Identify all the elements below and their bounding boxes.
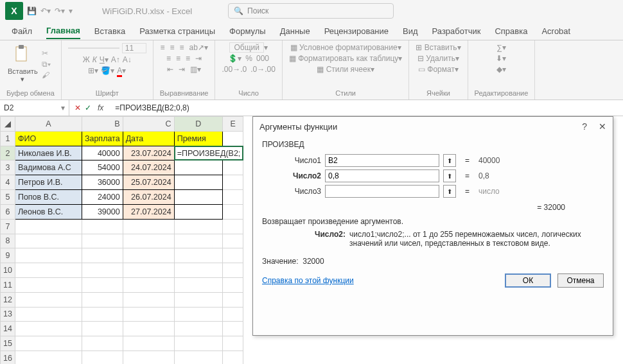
cell[interactable] <box>223 175 243 190</box>
merge-icon[interactable]: ▥▾ <box>190 65 201 74</box>
row-header[interactable]: 14 <box>1 322 15 336</box>
tab-insert[interactable]: Вставка <box>94 24 125 39</box>
arg3-input[interactable] <box>325 185 439 198</box>
qat-save-icon[interactable]: 💾 <box>27 6 37 15</box>
currency-icon[interactable]: 💲▾ <box>228 54 241 63</box>
cell[interactable] <box>174 160 222 175</box>
underline-button[interactable]: Ч▾ <box>100 55 109 64</box>
row-header[interactable]: 13 <box>1 307 15 322</box>
borders-icon[interactable]: ⊞▾ <box>88 66 98 75</box>
row-header[interactable]: 10 <box>1 263 15 278</box>
arg1-input[interactable] <box>325 154 439 167</box>
row-header[interactable]: 1 <box>1 131 15 146</box>
inc-decimal-icon[interactable]: .00→.0 <box>222 65 247 74</box>
row-header[interactable]: 15 <box>1 336 15 351</box>
cell[interactable]: 24000 <box>82 190 123 205</box>
tab-review[interactable]: Рецензирование <box>324 24 389 39</box>
active-cell[interactable]: =ПРОИЗВЕД(B2; <box>174 146 243 160</box>
fill-color-icon[interactable]: 🪣▾ <box>101 66 114 75</box>
help-icon[interactable]: ? <box>582 121 587 132</box>
qat-redo-icon[interactable]: ↷▾ <box>55 6 65 15</box>
fill-icon[interactable]: ⬇▾ <box>496 54 506 63</box>
format-cells-button[interactable]: ▭ Формат▾ <box>418 65 459 74</box>
wrap-icon[interactable]: ⇥ <box>195 54 202 63</box>
name-box[interactable]: D2▾ <box>0 100 69 116</box>
cell[interactable]: Зарплата <box>82 131 123 146</box>
formula-bar[interactable]: =ПРОИЗВЕД(B2;0,8) <box>111 103 623 112</box>
row-header[interactable]: 5 <box>1 190 15 205</box>
align-right-icon[interactable]: ≡ <box>186 54 190 63</box>
cell[interactable]: Николаев И.В. <box>15 146 82 160</box>
cell[interactable] <box>223 131 243 146</box>
autosum-icon[interactable]: ∑▾ <box>496 43 506 52</box>
qat-customize-icon[interactable]: ▾ <box>69 6 73 15</box>
paste-button[interactable]: Вставить ▾ <box>6 43 39 85</box>
tab-layout[interactable]: Разметка страницы <box>139 24 215 39</box>
cell[interactable]: 23.07.2024 <box>123 146 174 160</box>
orientation-icon[interactable]: ab↗▾ <box>189 43 207 52</box>
cell[interactable]: Попов В.С. <box>15 190 82 205</box>
row-header[interactable]: 4 <box>1 175 15 190</box>
indent-dec-icon[interactable]: ⇤ <box>167 65 173 74</box>
row-header[interactable]: 8 <box>1 234 15 248</box>
font-name[interactable] <box>68 48 119 49</box>
cell[interactable] <box>174 190 222 205</box>
cell[interactable]: Петров И.В. <box>15 175 82 190</box>
comma-icon[interactable]: 000 <box>256 54 269 63</box>
copy-icon[interactable]: ⧉▾ <box>42 60 51 69</box>
align-mid-icon[interactable]: ≡ <box>170 43 174 52</box>
tab-file[interactable]: Файл <box>12 24 32 39</box>
italic-button[interactable]: К <box>92 55 97 64</box>
insert-cells-button[interactable]: ⊞ Вставить▾ <box>416 43 461 52</box>
cell[interactable]: Леонов В.С. <box>15 204 82 219</box>
tab-home[interactable]: Главная <box>46 23 80 39</box>
col-header-D[interactable]: D <box>174 117 222 132</box>
close-icon[interactable]: ✕ <box>599 121 606 132</box>
row-header[interactable]: 11 <box>1 277 15 292</box>
tab-help[interactable]: Справка <box>495 24 527 39</box>
row-header[interactable]: 12 <box>1 292 15 307</box>
font-color-icon[interactable]: A▾ <box>117 66 126 75</box>
row-header[interactable]: 6 <box>1 204 15 219</box>
accept-formula-icon[interactable]: ✓ <box>85 103 91 112</box>
cell[interactable]: 39000 <box>82 204 123 219</box>
cell[interactable]: 24.07.2024 <box>123 160 174 175</box>
align-center-icon[interactable]: ≡ <box>176 54 180 63</box>
cell[interactable]: ФИО <box>15 131 82 146</box>
tab-data[interactable]: Данные <box>280 24 310 39</box>
delete-cells-button[interactable]: ⊟ Удалить▾ <box>417 54 459 63</box>
cell[interactable]: Вадимова А.С <box>15 160 82 175</box>
dec-decimal-icon[interactable]: .0→.00 <box>250 65 276 74</box>
range-picker-icon[interactable]: ⬆ <box>443 154 456 167</box>
font-size[interactable]: 11 <box>122 43 146 53</box>
cell[interactable]: 54000 <box>82 160 123 175</box>
cell[interactable]: 40000 <box>82 146 123 160</box>
cell[interactable] <box>174 204 222 219</box>
range-picker-icon[interactable]: ⬆ <box>443 185 456 198</box>
ok-button[interactable]: ОК <box>505 273 551 288</box>
arg2-input[interactable] <box>325 169 439 182</box>
number-format[interactable]: Общий <box>229 42 264 53</box>
range-picker-icon[interactable]: ⬆ <box>443 169 456 182</box>
decrease-font-icon[interactable]: A↓ <box>123 55 132 64</box>
cell-styles-button[interactable]: ▦ Стили ячеек▾ <box>317 65 374 74</box>
cell[interactable] <box>223 160 243 175</box>
search-box[interactable]: 🔍 Поиск <box>228 3 394 19</box>
worksheet-grid[interactable]: ◢ABCDE 1ФИОЗарплатаДатаПремия 2Николаев … <box>0 116 243 364</box>
cell[interactable] <box>223 190 243 205</box>
row-header[interactable]: 16 <box>1 351 15 365</box>
align-left-icon[interactable]: ≡ <box>166 54 171 63</box>
tab-view[interactable]: Вид <box>403 24 418 39</box>
col-header-A[interactable]: A <box>15 117 82 132</box>
cut-icon[interactable]: ✂ <box>42 49 51 58</box>
cell[interactable]: Премия <box>174 131 222 146</box>
cancel-button[interactable]: Отмена <box>557 273 604 288</box>
align-top-icon[interactable]: ≡ <box>160 43 164 52</box>
clear-icon[interactable]: ◆▾ <box>496 65 506 74</box>
cell[interactable]: 36000 <box>82 175 123 190</box>
chevron-down-icon[interactable]: ▾ <box>61 103 65 112</box>
cell[interactable]: 27.07.2024 <box>123 204 174 219</box>
col-header-C[interactable]: C <box>123 117 174 132</box>
row-header[interactable]: 2 <box>1 146 15 160</box>
cell[interactable]: 25.07.2024 <box>123 175 174 190</box>
